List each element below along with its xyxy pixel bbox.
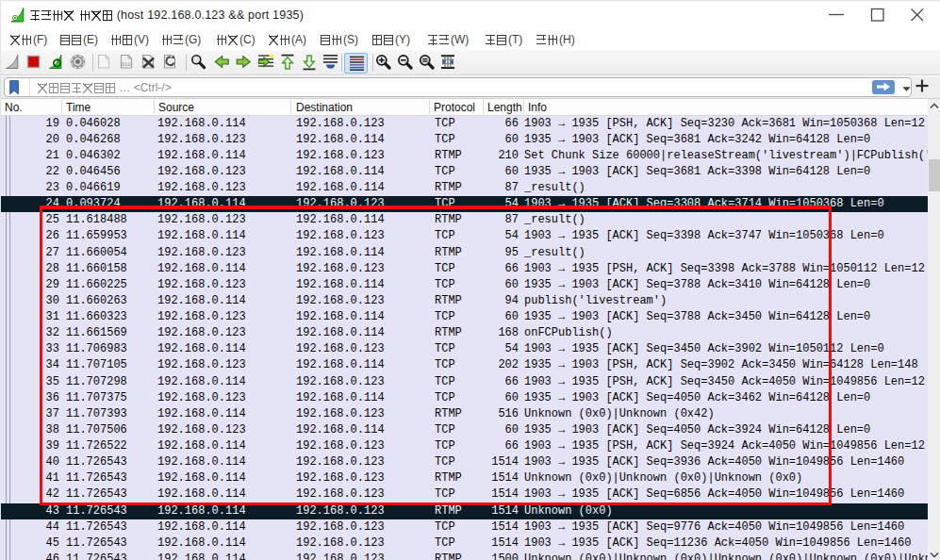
svg-text:010: 010	[122, 62, 130, 68]
